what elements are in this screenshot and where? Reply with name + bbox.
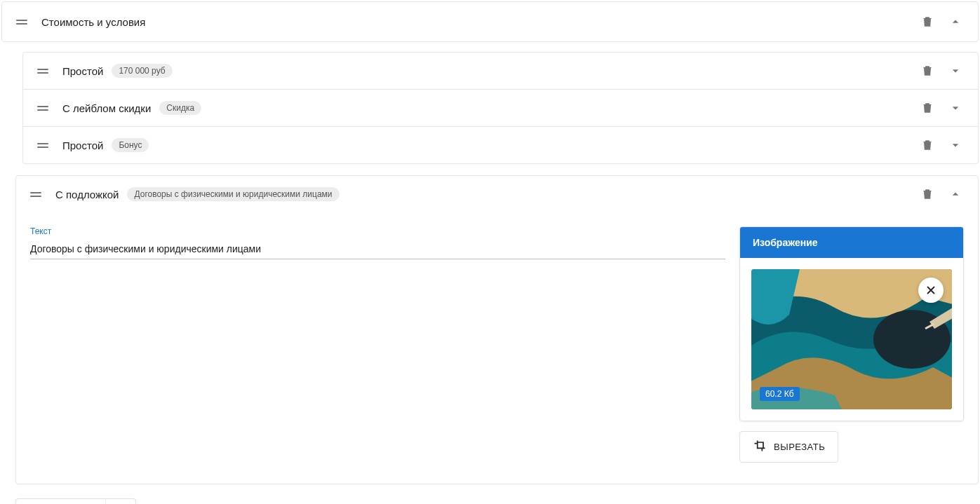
trash-icon[interactable]	[919, 186, 936, 203]
expanded-header[interactable]: С подложкой Договоры с физическими и юри…	[16, 176, 978, 212]
trash-icon[interactable]	[919, 13, 936, 30]
item-badge: Договоры с физическими и юридическими ли…	[127, 187, 339, 201]
trash-icon[interactable]	[919, 100, 936, 116]
item-badge: 170 000 руб	[112, 64, 172, 78]
crop-icon	[753, 439, 767, 455]
drag-handle-icon[interactable]	[37, 106, 48, 111]
remove-image-button[interactable]	[918, 278, 944, 303]
chevron-down-icon[interactable]	[947, 100, 964, 116]
drag-handle-icon[interactable]	[16, 20, 27, 25]
list-item[interactable]: Простой 170 000 руб	[23, 53, 978, 90]
item-title: С лейблом скидки	[62, 102, 151, 114]
item-title: Простой	[62, 65, 103, 77]
crop-button[interactable]: ВЫРЕЗАТЬ	[739, 431, 838, 463]
drag-handle-icon[interactable]	[37, 69, 48, 74]
item-badge: Скидка	[159, 101, 201, 115]
trash-icon[interactable]	[919, 137, 936, 154]
section-price-conditions: Стоимость и условия	[1, 1, 979, 42]
image-card-title: Изображение	[740, 227, 963, 258]
image-preview: 60.2 Кб	[740, 258, 963, 421]
chevron-up-icon[interactable]	[947, 186, 964, 203]
section-title: Стоимость и условия	[41, 16, 145, 28]
item-title: С подложкой	[55, 189, 119, 200]
image-column: Изображение	[739, 226, 964, 463]
item-badge: Бонус	[112, 138, 149, 152]
text-field-label: Текст	[30, 226, 725, 236]
trash-icon[interactable]	[919, 62, 936, 79]
crop-button-label: ВЫРЕЗАТЬ	[774, 442, 825, 452]
section-header[interactable]: Стоимость и условия	[2, 2, 978, 41]
drag-handle-icon[interactable]	[37, 143, 48, 148]
list-item[interactable]: Простой Бонус	[23, 127, 978, 163]
drag-handle-icon[interactable]	[30, 192, 41, 197]
text-field-column: Текст	[30, 226, 725, 463]
expanded-item: С подложкой Договоры с физическими и юри…	[15, 175, 979, 484]
chevron-down-icon[interactable]	[947, 62, 964, 79]
items-list: Простой 170 000 руб С лейблом скидки Ски…	[1, 52, 979, 164]
list-item[interactable]: С лейблом скидки Скидка	[23, 90, 978, 127]
item-title: Простой	[62, 139, 103, 151]
chevron-up-icon[interactable]	[947, 13, 964, 30]
chevron-down-icon[interactable]	[947, 137, 964, 154]
image-size-badge: 60.2 Кб	[760, 387, 800, 401]
image-card: Изображение	[739, 226, 964, 421]
text-input[interactable]	[30, 239, 725, 259]
add-simple-dropdown-button[interactable]: ПРОСТОЙ	[15, 498, 136, 504]
dropdown-toggle[interactable]	[106, 499, 135, 504]
